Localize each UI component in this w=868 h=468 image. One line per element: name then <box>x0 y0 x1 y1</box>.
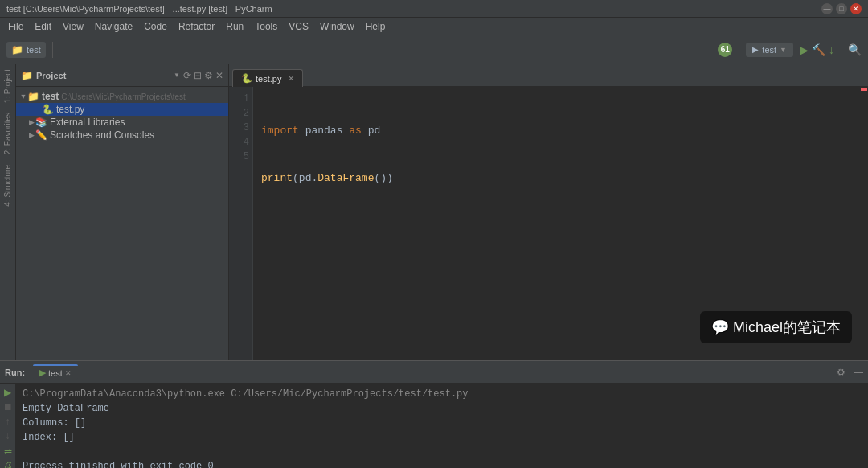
toolbar-separator-3 <box>841 42 841 58</box>
libraries-icon: 📚 <box>35 117 47 128</box>
stop-button[interactable]: ⏹ <box>2 401 14 413</box>
sync-action[interactable]: ⟳ <box>183 70 191 81</box>
scroll-down-button[interactable]: ↓ <box>2 430 14 441</box>
menu-refactor[interactable]: Refactor <box>174 19 219 34</box>
run-output-line-4 <box>23 445 862 459</box>
update-button[interactable]: ↓ <box>829 43 834 56</box>
toolbar: 📁 test 61 ▶ test ▼ ▶ 🔨 ↓ 🔍 <box>0 35 868 64</box>
tab-close-button[interactable]: ✕ <box>288 74 294 83</box>
tree-root[interactable]: ▼ 📁 test C:\Users\Mic\PycharmProjects\te… <box>16 90 228 103</box>
run-panel: Run: ▶ test ✕ ⚙ — ▶ ⏹ ↑ ↓ ⇌ 🖨 🗑 C:\Progr… <box>0 360 868 468</box>
project-selector[interactable]: 📁 test <box>6 42 46 58</box>
run-config-selector[interactable]: ▶ test ▼ <box>746 43 793 57</box>
editor-gutter <box>860 87 868 360</box>
tab-file-icon: 🐍 <box>241 73 252 84</box>
menu-vcs[interactable]: VCS <box>284 19 313 34</box>
run-controls: ▶ 🔨 ↓ <box>800 43 834 56</box>
tree-file-testpy[interactable]: 🐍 test.py <box>16 103 228 116</box>
run-tab-close[interactable]: ✕ <box>65 369 72 377</box>
run-panel-toggle[interactable]: — <box>854 367 863 378</box>
scroll-up-button[interactable]: ↑ <box>2 416 14 427</box>
tree-arrow-ext: ▶ <box>27 118 35 126</box>
tree-root-path: C:\Users\Mic\PycharmProjects\test <box>61 92 185 101</box>
code-line-3 <box>261 217 852 233</box>
line-num-3: 3 <box>232 121 249 135</box>
tree-arrow-root: ▼ <box>19 92 27 101</box>
menu-window[interactable]: Window <box>315 19 359 34</box>
folder-icon: 📁 <box>27 91 39 102</box>
vertical-tabs: 1: Project 2: Favorites 4: Structure <box>0 64 16 360</box>
window-controls: — □ ✕ <box>821 3 862 14</box>
code-line-2: print(pd.DataFrame()) <box>261 170 852 187</box>
run-output-line-3: Index: [] <box>23 430 862 445</box>
run-command-line: C:\ProgramData\Anaconda3\python.exe C:/U… <box>23 387 862 401</box>
settings-action[interactable]: ⚙ <box>204 70 213 81</box>
tree-ext-libraries[interactable]: ▶ 📚 External Libraries <box>16 116 228 129</box>
project-panel: 📁 Project ▼ ⟳ ⊟ ⚙ ✕ ▼ 📁 test C:\Users\Mi… <box>16 64 229 360</box>
title-bar: test [C:\Users\Mic\PycharmProjects\test]… <box>0 0 868 18</box>
tree-file-label: test.py <box>56 104 84 115</box>
run-config-label: test <box>762 45 776 55</box>
app-title: test [C:\Users\Mic\PycharmProjects\test]… <box>6 4 272 14</box>
user-avatar: 61 <box>718 43 732 57</box>
close-button[interactable]: ✕ <box>850 3 862 14</box>
line-num-2: 2 <box>232 106 249 121</box>
maximize-button[interactable]: □ <box>836 3 847 14</box>
line-num-5: 5 <box>232 150 249 164</box>
project-tree: ▼ 📁 test C:\Users\Mic\PycharmProjects\te… <box>16 87 228 360</box>
editor-area: 🐍 test.py ✕ 1 2 3 4 5 import pandas as p… <box>229 64 868 360</box>
run-output-line-5: Process finished with exit code 0 <box>23 459 862 468</box>
run-content: ▶ ⏹ ↑ ↓ ⇌ 🖨 🗑 C:\ProgramData\Anaconda3\p… <box>0 384 868 468</box>
code-line-5 <box>261 311 852 327</box>
run-tab-test[interactable]: ▶ test ✕ <box>33 364 78 380</box>
tree-scratches-label: Scratches and Consoles <box>50 129 154 141</box>
run-tab-label: test <box>48 368 63 378</box>
editor-tab-label: test.py <box>256 74 281 84</box>
close-panel-action[interactable]: ✕ <box>215 70 223 81</box>
build-button[interactable]: 🔨 <box>812 43 825 56</box>
toolbar-separator-1 <box>52 42 53 58</box>
rerun-button[interactable]: ▶ <box>2 387 14 398</box>
project-panel-title: Project <box>36 71 170 80</box>
menu-file[interactable]: File <box>3 19 28 34</box>
menu-tools[interactable]: Tools <box>250 19 282 34</box>
python-file-icon: 🐍 <box>42 104 54 115</box>
main-area: 1: Project 2: Favorites 4: Structure 📁 P… <box>0 64 868 360</box>
run-tab-icon: ▶ <box>39 367 46 378</box>
menu-navigate[interactable]: Navigate <box>90 19 137 34</box>
print-button[interactable]: 🖨 <box>2 460 14 468</box>
run-panel-header: Run: ▶ test ✕ ⚙ — <box>0 361 868 384</box>
tree-scratches[interactable]: ▶ ✏️ Scratches and Consoles <box>16 129 228 142</box>
menu-bar: File Edit View Navigate Code Refactor Ru… <box>0 18 868 35</box>
run-button[interactable]: ▶ <box>800 43 809 56</box>
collapse-action[interactable]: ⊟ <box>194 70 202 81</box>
editor-tabs: 🐍 test.py ✕ <box>229 64 868 87</box>
vert-tab-project[interactable]: 1: Project <box>2 64 14 108</box>
line-num-4: 4 <box>232 135 249 150</box>
menu-code[interactable]: Code <box>139 19 172 34</box>
line-numbers: 1 2 3 4 5 <box>229 87 253 360</box>
project-panel-header: 📁 Project ▼ ⟳ ⊟ ⚙ ✕ <box>16 64 228 87</box>
run-panel-title: Run: <box>5 367 25 377</box>
editor-tab-testpy[interactable]: 🐍 test.py ✕ <box>232 69 303 87</box>
search-button[interactable]: 🔍 <box>848 43 862 56</box>
code-editor[interactable]: import pandas as pd print(pd.DataFrame()… <box>253 87 860 360</box>
run-toolbar: ▶ ⏹ ↑ ↓ ⇌ 🖨 🗑 <box>0 384 16 468</box>
code-line-4 <box>261 265 852 281</box>
menu-help[interactable]: Help <box>361 19 391 34</box>
vert-tab-structure[interactable]: 4: Structure <box>2 160 14 211</box>
menu-edit[interactable]: Edit <box>30 19 56 34</box>
run-output-line-1: Empty DataFrame <box>23 401 862 416</box>
menu-view[interactable]: View <box>58 19 88 34</box>
menu-run[interactable]: Run <box>221 19 248 34</box>
vert-tab-favorites[interactable]: 2: Favorites <box>2 108 14 159</box>
tree-arrow-scratches: ▶ <box>27 131 35 139</box>
tree-ext-label: External Libraries <box>50 117 125 128</box>
minimize-button[interactable]: — <box>821 3 833 14</box>
editor-content: 1 2 3 4 5 import pandas as pd print(pd.D… <box>229 87 868 360</box>
project-name: test <box>27 45 41 55</box>
run-settings-button[interactable]: ⚙ <box>837 367 845 378</box>
code-line-1: import pandas as pd <box>261 123 852 139</box>
run-output-line-2: Columns: [] <box>23 416 862 430</box>
wrap-button[interactable]: ⇌ <box>2 445 14 457</box>
